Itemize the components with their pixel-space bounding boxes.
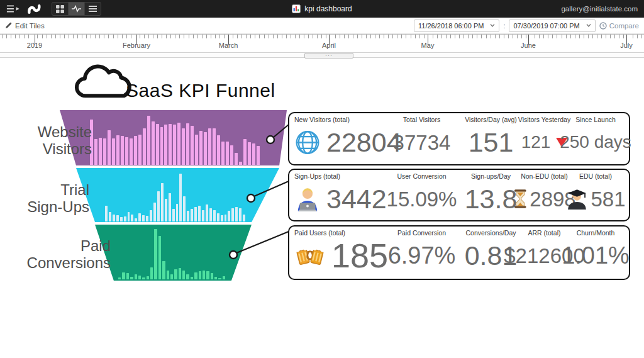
bar [235, 207, 238, 221]
graduate-icon [565, 187, 588, 210]
timeline-tick [140, 35, 140, 38]
timeline-tick [317, 35, 318, 38]
timeline-tick [264, 35, 265, 38]
stat-value: 151 [469, 129, 514, 156]
grid-view-icon [56, 5, 64, 13]
timeline-tick [517, 35, 518, 38]
bar [194, 272, 197, 279]
tier-label-website-visitors: Website Visitors [0, 123, 92, 157]
timeline[interactable]: 2019FebruaryMarchAprilMayJuneJuly [0, 34, 644, 53]
timeline-tick [411, 35, 411, 38]
timeline-tick [491, 35, 491, 38]
timeline-tick [340, 35, 340, 38]
timeline-month-label: July [620, 42, 633, 49]
stat-value-cell: 6.97% [386, 238, 458, 273]
timeline-tick [108, 35, 109, 38]
stat-value-cell: 185 [294, 238, 386, 273]
timeline-tick [99, 35, 100, 38]
timeline-tick [215, 35, 216, 38]
stat-header: New Visitors (total) [294, 116, 386, 125]
bar [138, 135, 142, 165]
timeline-month-label: April [322, 42, 336, 49]
timeline-tick [344, 35, 345, 38]
bar [120, 217, 123, 221]
bar [99, 138, 102, 165]
timeline-tick [189, 35, 189, 38]
globe-icon [294, 129, 321, 155]
timeline-tick [91, 35, 91, 38]
timeline-tick [495, 35, 496, 38]
bar [143, 128, 146, 165]
list-view-button[interactable] [85, 3, 101, 15]
waveform-view-button[interactable] [69, 3, 85, 15]
timeline-tick [619, 35, 619, 38]
timeline-tick [6, 35, 7, 38]
timeline-tick [2, 35, 3, 38]
grid-view-button[interactable] [52, 3, 69, 15]
bar [257, 146, 260, 165]
stat-value: 37734 [393, 132, 451, 153]
timeline-tick [477, 35, 477, 38]
menu-icon[interactable] [6, 4, 20, 13]
timeline-tick [446, 35, 447, 38]
timeline-tick [269, 35, 269, 38]
timeline-tick [455, 35, 455, 38]
timeline-tick [64, 35, 65, 38]
stat-header: Non-EDU (total) [524, 172, 565, 181]
bar [126, 273, 129, 279]
dashboard-chart-icon [292, 4, 301, 13]
timeline-tick [459, 35, 460, 38]
timeline-scrollbar-track[interactable]: ··· [0, 52, 644, 58]
bar [228, 211, 230, 221]
bar [131, 215, 133, 221]
bar [204, 132, 207, 165]
timeline-scrollbar-handle[interactable]: ··· [304, 53, 353, 59]
end-date-picker[interactable]: 07/30/2019 07:00 PM [509, 20, 595, 32]
stat-value: 15.09% [387, 189, 457, 210]
bar [199, 131, 203, 165]
timeline-tick [233, 35, 233, 38]
account-email[interactable]: gallery@initialstate.com [561, 5, 638, 13]
timeline-tick [433, 35, 433, 38]
timeline-tick [641, 35, 642, 38]
timeline-tick [601, 35, 602, 38]
bar [135, 274, 137, 279]
timeline-tick [273, 35, 274, 38]
bar [153, 203, 156, 221]
timeline-tick [259, 35, 260, 38]
timeline-tick [441, 35, 442, 38]
stat-value: 121 [521, 133, 551, 151]
timeline-tick [397, 35, 397, 38]
bar [217, 213, 219, 221]
timeline-tick [633, 35, 633, 38]
stat-header: Paid Conversion [386, 229, 458, 238]
timeline-tick [623, 35, 624, 38]
bar [152, 121, 155, 165]
initial-state-logo[interactable] [26, 2, 45, 16]
timeline-tick [552, 35, 553, 38]
date-range-separator: : [503, 22, 505, 30]
compare-button[interactable]: Compare [599, 22, 639, 30]
timeline-month-label: June [521, 42, 536, 49]
bar [208, 128, 211, 165]
edit-tiles-button[interactable]: Edit Tiles [5, 22, 45, 30]
bar [94, 139, 97, 165]
timeline-tick [242, 35, 242, 38]
stat-value: 185 [331, 238, 388, 272]
start-date-picker[interactable]: 11/26/2018 06:00 PM [414, 20, 499, 32]
bar [182, 128, 185, 165]
timeline-tick [566, 35, 567, 38]
timeline-tick [153, 35, 153, 38]
stat-value-cell: 581 [565, 181, 626, 216]
bar [199, 271, 201, 279]
bar [191, 126, 194, 165]
bar [173, 125, 176, 165]
bar [209, 208, 212, 221]
timeline-tick [379, 35, 380, 38]
bar [125, 137, 128, 165]
timeline-tick [184, 35, 184, 38]
timeline-tick [282, 35, 282, 38]
timeline-tick [597, 35, 597, 38]
timeline-tick [468, 35, 469, 38]
bar [165, 199, 167, 221]
